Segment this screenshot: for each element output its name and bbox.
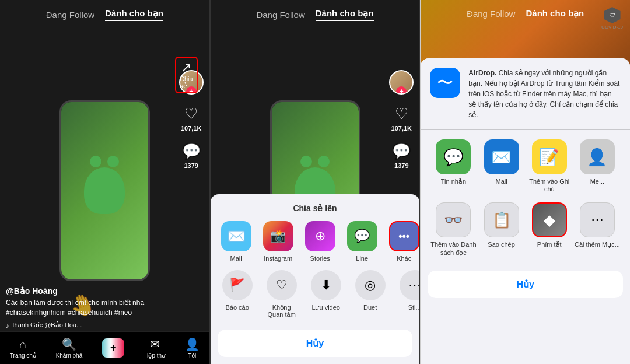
other-icon: •••	[389, 221, 419, 251]
ios-app-copy[interactable]: 📋 Sao chép	[478, 202, 525, 256]
panel-2: Đang Follow Dành cho bạn ♡ 107,1K 💬 1379…	[210, 0, 420, 364]
username: @Bảo Hoàng	[6, 286, 169, 296]
ios-app-notes[interactable]: 📝 Thêm vào Ghi chú	[526, 139, 573, 193]
description: Các bạn làm được thì cmt cho mình biết n…	[6, 298, 169, 318]
music-icon: ♪	[6, 322, 9, 329]
covid-badge: 🛡 COVID-19	[601, 7, 623, 30]
like-count: 107,1K	[181, 125, 201, 132]
share-app-instagram[interactable]: 📸 Instagram	[262, 221, 295, 262]
home-icon: ⌂	[19, 338, 26, 351]
share-app-line[interactable]: 💬 Line	[346, 221, 379, 262]
ios-app-shortcuts[interactable]: ◆ Phím tắt	[526, 202, 573, 256]
heart-icon: ♡	[184, 105, 198, 123]
covid-shield-icon: 🛡	[604, 7, 621, 23]
notes-label: Thêm vào Ghi chú	[526, 178, 573, 193]
me-icon: 👤	[580, 139, 615, 174]
inbox-nav-item[interactable]: ✉ Hộp thư	[144, 337, 165, 359]
share-button[interactable]: ↗ Chia sẻ	[175, 57, 198, 93]
add-button[interactable]: +	[102, 338, 125, 358]
search-label: Khám phá	[56, 352, 83, 359]
not-interested-label: Không Quan tâm	[264, 304, 299, 318]
panel2-cancel-button[interactable]: Hủy	[218, 330, 413, 357]
sound-info: ♪ thanh Gốc @Bảo Hoà...	[6, 321, 169, 329]
ios-cancel-button[interactable]: Hủy	[428, 271, 623, 298]
search-icon: 🔍	[62, 337, 76, 351]
stories-label: Stories	[310, 255, 330, 262]
action-stitch[interactable]: ⋯ Sti...	[397, 270, 420, 318]
home-nav-item[interactable]: ⌂ Trang chủ	[10, 338, 36, 359]
panel2-comment-count: 1379	[394, 162, 408, 169]
panel3-following-tab[interactable]: Đang Follow	[467, 9, 515, 19]
ios-app-readinglist[interactable]: 👓 Thêm vào Danh sách đọc	[430, 202, 477, 256]
share-app-other[interactable]: ••• Khác	[388, 221, 420, 262]
airdrop-icon: 〜	[430, 68, 460, 98]
action-row: 🚩 Báo cáo ♡ Không Quan tâm ⬇ Lưu video ◎…	[211, 270, 420, 326]
bear-figure	[84, 167, 125, 214]
profile-icon: 👤	[185, 337, 200, 351]
bottom-nav: ⌂ Trang chủ 🔍 Khám phá + ✉ Hộp thư 👤 Tôi	[0, 331, 209, 364]
panel2-for-you-tab[interactable]: Dành cho bạn	[316, 8, 374, 21]
share-apps-row: ✉️ Mail 📸 Instagram ⊕ Stories 💬 Line	[211, 221, 420, 270]
ios-mail-icon: ✉️	[484, 139, 519, 174]
panel1-for-you-tab[interactable]: Dành cho bạn	[105, 8, 163, 21]
panel2-following-tab[interactable]: Đang Follow	[256, 10, 304, 20]
like-button[interactable]: ♡ 107,1K	[181, 105, 201, 132]
share-sheet-title: Chia sẻ lên	[211, 204, 420, 213]
download-icon: ⬇	[311, 270, 341, 300]
panel-3: Đang Follow Dành cho bạn 🛡 COVID-19 〜 Ai…	[420, 0, 630, 364]
action-duet[interactable]: ◎ Duet	[353, 270, 388, 318]
panel2-comment-button[interactable]: 💬 1379	[392, 142, 411, 169]
flag-icon: 🚩	[222, 270, 253, 300]
video-info: @Bảo Hoàng Các bạn làm được thì cmt cho …	[6, 286, 169, 329]
action-not-interested[interactable]: ♡ Không Quan tâm	[264, 270, 299, 318]
airdrop-section: 〜 AirDrop. Chia sẻ ngay với những người …	[421, 58, 630, 130]
action-save[interactable]: ⬇ Lưu video	[309, 270, 344, 318]
notes-icon: 📝	[532, 139, 567, 174]
ios-app-extra[interactable]: ⋯ Cài thêm Mục...	[574, 202, 621, 256]
ios-apps-grid-2: 👓 Thêm vào Danh sách đọc 📋 Sao chép ◆ Ph…	[421, 202, 630, 265]
stories-icon: ⊕	[305, 221, 335, 251]
ios-share-sheet: 〜 AirDrop. Chia sẻ ngay với những người …	[421, 58, 630, 364]
extra-label: Cài thêm Mục...	[575, 241, 620, 249]
sound-text: thanh Gốc @Bảo Hoà...	[13, 321, 82, 329]
panel2-avatar[interactable]	[389, 70, 414, 94]
right-icons: ♡ 107,1K 💬 1379 ↗ Chia sẻ	[179, 70, 204, 169]
panel-1: Đang Follow Dành cho bạn 🤚 ♡ 107,1K 💬 13…	[0, 0, 209, 364]
action-report[interactable]: 🚩 Báo cáo	[220, 270, 255, 318]
comment-button[interactable]: 💬 1379	[182, 142, 201, 169]
profile-label: Tôi	[188, 352, 196, 359]
panel3-for-you-tab[interactable]: Dành cho bạn	[526, 8, 584, 19]
ios-app-mail[interactable]: ✉️ Mail	[478, 139, 525, 193]
share-app-mail[interactable]: ✉️ Mail	[220, 221, 253, 262]
share-app-stories[interactable]: ⊕ Stories	[304, 221, 337, 262]
comment-icon: 💬	[182, 142, 201, 160]
panel2-heart-icon: ♡	[395, 105, 408, 123]
profile-nav-item[interactable]: 👤 Tôi	[185, 337, 200, 359]
add-nav-item[interactable]: +	[102, 338, 125, 358]
search-nav-item[interactable]: 🔍 Khám phá	[56, 337, 83, 359]
panel2-like-button[interactable]: ♡ 107,1K	[391, 105, 412, 132]
me-label: Me...	[590, 178, 604, 186]
ios-app-me[interactable]: 👤 Me...	[574, 139, 621, 193]
phone-mockup	[60, 100, 150, 281]
share-icon: ↗	[181, 60, 191, 75]
panel2-right-icons: ♡ 107,1K 💬 1379	[389, 70, 414, 169]
ios-app-messages[interactable]: 💬 Tin nhắn	[430, 139, 477, 193]
share-sheet: Chia sẻ lên ✉️ Mail 📸 Instagram ⊕ Storie…	[211, 194, 420, 364]
add-icon: +	[110, 342, 117, 354]
inbox-label: Hộp thư	[144, 352, 165, 359]
home-label: Trang chủ	[10, 352, 36, 359]
panel2-like-count: 107,1K	[391, 125, 412, 132]
panel2-comment-icon: 💬	[392, 142, 411, 160]
description-text: Các bạn làm được thì cmt cho mình biết n…	[6, 299, 144, 307]
panel1-following-tab[interactable]: Đang Follow	[46, 10, 94, 20]
copy-icon: 📋	[484, 202, 519, 237]
copy-label: Sao chép	[488, 241, 514, 249]
phone-screen	[61, 102, 148, 279]
stitch-label: Sti...	[408, 304, 420, 311]
ios-apps-grid: 💬 Tin nhắn ✉️ Mail 📝 Thêm vào Ghi chú 👤	[421, 130, 630, 202]
duet-label: Duet	[363, 304, 377, 311]
readinglist-label: Thêm vào Danh sách đọc	[430, 241, 477, 256]
comment-count: 1379	[184, 162, 198, 169]
report-label: Báo cáo	[225, 304, 249, 311]
